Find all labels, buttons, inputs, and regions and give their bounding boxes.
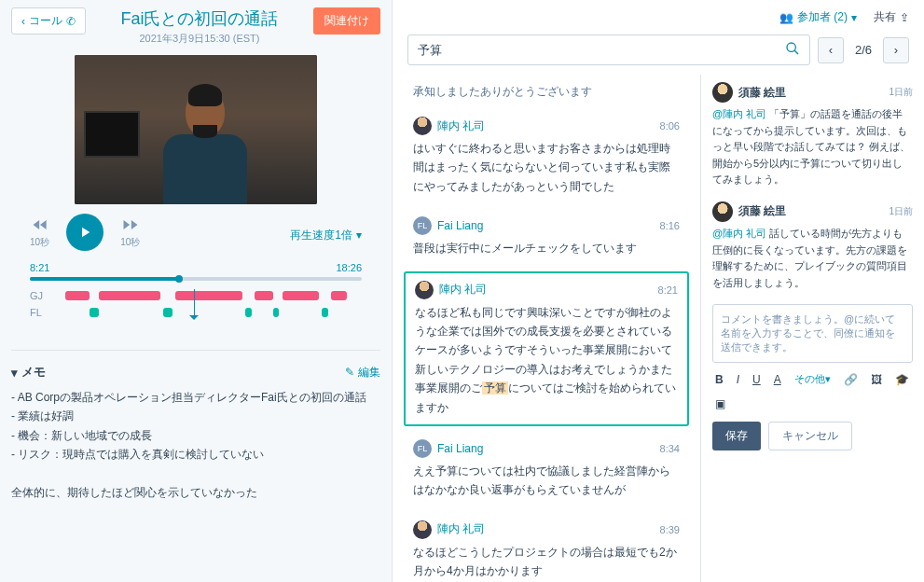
people-icon: 👥 bbox=[779, 11, 793, 24]
commenter-name: 須藤 絵里 bbox=[738, 85, 786, 101]
message-text: なるほど私も同じです興味深いことですが御社のような企業では国外での成長支援を必要… bbox=[415, 303, 678, 417]
message-text: はいすぐに終わると思いますお客さまからは処理時間はまったく気にならないと伺ってい… bbox=[413, 139, 680, 196]
skip-forward-button[interactable]: 10秒 bbox=[120, 215, 140, 249]
bold-button[interactable]: B bbox=[712, 371, 726, 388]
avatar: FL bbox=[413, 216, 432, 235]
video-thumbnail[interactable] bbox=[75, 55, 317, 204]
left-panel: ‹ コール ✆ Fai氏との初回の通話 2021年3月9日15:30 (EST)… bbox=[0, 0, 392, 582]
comment-time: 1日前 bbox=[889, 205, 913, 218]
back-label: コール bbox=[29, 13, 62, 29]
search-input[interactable] bbox=[418, 43, 785, 57]
video-button[interactable]: ▣ bbox=[712, 395, 728, 412]
search-icon[interactable] bbox=[785, 41, 800, 59]
chevron-down-icon: ▾ bbox=[851, 11, 857, 24]
search-prev-button[interactable]: ‹ bbox=[818, 37, 844, 63]
avatar bbox=[712, 82, 733, 103]
avatar bbox=[712, 201, 733, 222]
track-label-fl: FL bbox=[30, 307, 48, 318]
transcript-message[interactable]: FLFai Liang8:16普段は実行中にメールチェックをしています bbox=[404, 209, 689, 265]
italic-button[interactable]: I bbox=[734, 371, 742, 388]
message-text: 普段は実行中にメールチェックをしています bbox=[413, 239, 680, 257]
text-color-button[interactable]: A bbox=[771, 371, 784, 388]
svg-point-0 bbox=[787, 43, 795, 51]
speaker-name: 陣内 礼司 bbox=[437, 118, 485, 134]
notes-toggle[interactable]: ▾ メモ bbox=[11, 364, 46, 381]
message-time: 8:06 bbox=[660, 120, 680, 132]
note-line: 全体的に、期待したほど関心を示していなかった bbox=[11, 483, 380, 502]
transcript-fragment: 承知しましたありがとうございます bbox=[404, 80, 689, 109]
note-line: - 機会：新しい地域での成長 bbox=[11, 426, 380, 445]
comment-input[interactable]: コメントを書きましょう。@に続いて名前を入力することで、同僚に通知を送信できます… bbox=[712, 304, 913, 363]
message-time: 8:39 bbox=[660, 524, 680, 535]
save-comment-button[interactable]: 保存 bbox=[712, 422, 761, 450]
speaker-name: 陣内 礼司 bbox=[437, 521, 485, 537]
chevron-down-icon: ▾ bbox=[356, 229, 362, 242]
time-total: 18:26 bbox=[336, 262, 362, 273]
seek-bar[interactable] bbox=[30, 277, 362, 281]
comment-text: @陣内 礼司 「予算」の話題を通話の後半になってから提示しています。次回は、もっ… bbox=[712, 106, 913, 188]
play-button[interactable] bbox=[66, 214, 103, 251]
call-subtitle: 2021年3月9日15:30 (EST) bbox=[95, 32, 304, 46]
mention[interactable]: @陣内 礼司 bbox=[712, 228, 766, 239]
avatar: FL bbox=[413, 439, 432, 458]
message-text: なるほどこうしたプロジェクトの場合は最短でも2か月から4か月はかかります bbox=[413, 543, 680, 581]
link-button[interactable]: 🔗 bbox=[841, 371, 861, 388]
edit-notes-button[interactable]: ✎ 編集 bbox=[345, 365, 380, 381]
search-next-button[interactable]: › bbox=[883, 37, 909, 63]
svg-line-1 bbox=[794, 50, 798, 54]
note-line bbox=[11, 464, 380, 483]
comment: 須藤 絵里1日前@陣内 礼司 「予算」の話題を通話の後半になってから提示していま… bbox=[712, 82, 913, 188]
speaker-name: Fai Liang bbox=[437, 442, 483, 455]
phone-icon: ✆ bbox=[66, 15, 76, 28]
comment-toolbar: B I U A その他▾ 🔗 🖼 🎓 ▣ bbox=[712, 370, 913, 412]
right-panel: 👥 参加者 (2) ▾ 共有 ⇪ ‹ 2/6 › 承知しましたありがとうございま… bbox=[392, 0, 924, 582]
note-line: - AB Corpの製品オペレーション担当ディレクターFai氏との初回の通話 bbox=[11, 388, 380, 407]
speaker-name: 陣内 礼司 bbox=[439, 282, 487, 298]
transcript-message[interactable]: 陣内 礼司8:06はいすぐに終わると思いますお客さまからは処理時間はまったく気に… bbox=[404, 109, 689, 203]
participants-dropdown[interactable]: 👥 参加者 (2) ▾ bbox=[779, 9, 857, 25]
message-time: 8:34 bbox=[660, 443, 680, 454]
underline-button[interactable]: U bbox=[750, 371, 764, 388]
comments-pane: 須藤 絵里1日前@陣内 礼司 「予算」の話題を通話の後半になってから提示していま… bbox=[700, 75, 924, 582]
search-highlight: 予算 bbox=[482, 381, 508, 395]
more-formatting[interactable]: その他▾ bbox=[792, 370, 834, 388]
timeline: 8:21 18:26 GJ bbox=[11, 256, 380, 337]
call-title: Fai氏との初回の通話 bbox=[95, 7, 304, 30]
message-time: 8:21 bbox=[658, 284, 678, 296]
associate-button[interactable]: 関連付け bbox=[313, 7, 380, 35]
share-button[interactable]: 共有 ⇪ bbox=[874, 9, 909, 25]
transcript-message[interactable]: 陣内 礼司8:39なるほどこうしたプロジェクトの場合は最短でも2か月から4か月は… bbox=[404, 513, 689, 582]
comment-text: @陣内 礼司 話している時間が先方よりも圧倒的に長くなっています。先方の課題を理… bbox=[712, 226, 913, 291]
comment-time: 1日前 bbox=[889, 86, 913, 99]
share-icon: ⇪ bbox=[900, 11, 909, 24]
avatar bbox=[413, 520, 432, 539]
note-line: - 業績は好調 bbox=[11, 407, 380, 425]
note-line: - リスク：現時点では購入を真剣に検討していない bbox=[11, 445, 380, 464]
avatar bbox=[415, 281, 434, 299]
cancel-comment-button[interactable]: キャンセル bbox=[768, 422, 852, 450]
back-button[interactable]: ‹ コール ✆ bbox=[11, 7, 86, 35]
track-label-gj: GJ bbox=[30, 290, 48, 301]
chevron-left-icon: ‹ bbox=[829, 43, 833, 57]
chevron-left-icon: ‹ bbox=[21, 15, 25, 28]
search-counter: 2/6 bbox=[851, 43, 876, 57]
speaker-name: Fai Liang bbox=[437, 219, 483, 232]
chevron-down-icon: ▾ bbox=[11, 366, 18, 380]
chevron-right-icon: › bbox=[894, 43, 898, 57]
skip-back-button[interactable]: 10秒 bbox=[30, 215, 49, 249]
track-bar-fl[interactable] bbox=[56, 308, 362, 317]
transcript-message[interactable]: FLFai Liang8:34ええ予算については社内で協議しました経営陣からはな… bbox=[404, 432, 689, 507]
transcript-message[interactable]: 陣内 礼司8:21なるほど私も同じです興味深いことですが御社のような企業では国外… bbox=[404, 271, 689, 426]
message-text: ええ予算については社内で協議しました経営陣からはなかなか良い返事がもらえていませ… bbox=[413, 462, 680, 500]
skip-back-icon bbox=[31, 215, 49, 234]
search-box bbox=[407, 35, 810, 65]
commenter-name: 須藤 絵里 bbox=[738, 203, 786, 219]
avatar bbox=[413, 117, 432, 135]
attach-button[interactable]: 🎓 bbox=[892, 371, 912, 388]
transcript-pane[interactable]: 承知しましたありがとうございます陣内 礼司8:06はいすぐに終わると思いますお客… bbox=[393, 75, 700, 582]
image-button[interactable]: 🖼 bbox=[868, 371, 885, 388]
track-bar-gj[interactable] bbox=[56, 291, 362, 300]
playback-speed[interactable]: 再生速度1倍 ▾ bbox=[290, 228, 362, 243]
notes-body: - AB Corpの製品オペレーション担当ディレクターFai氏との初回の通話- … bbox=[11, 388, 380, 502]
mention[interactable]: @陣内 礼司 bbox=[712, 108, 766, 119]
